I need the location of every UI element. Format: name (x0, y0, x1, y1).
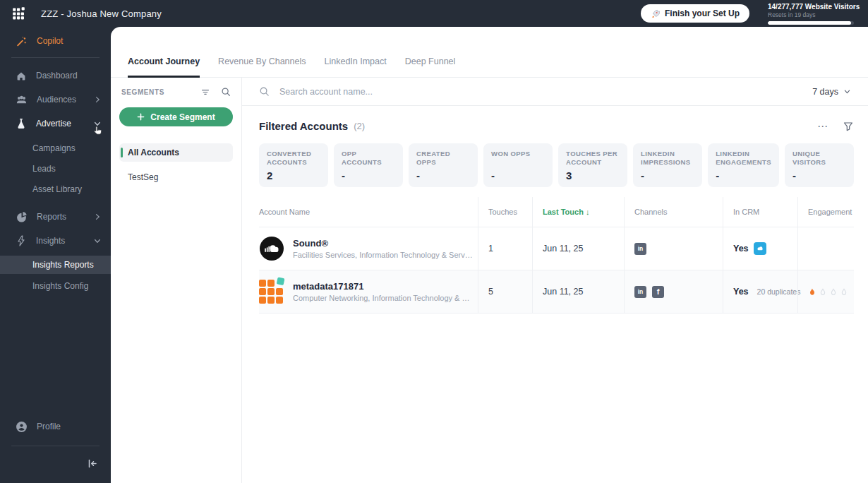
collapse-sidebar-icon[interactable] (83, 455, 101, 475)
audiences-icon (16, 94, 28, 105)
tab-revenue-by-channels[interactable]: Revenue By Channels (218, 56, 306, 78)
date-range-dropdown[interactable]: 7 days (812, 87, 851, 97)
linkedin-icon[interactable]: in (634, 286, 646, 298)
metric-value: - (416, 170, 470, 181)
app-grid-icon[interactable] (11, 6, 25, 20)
tab-account-journey[interactable]: Account Journey (128, 56, 200, 78)
funnel-filter-icon[interactable] (843, 121, 854, 132)
account-name: metadata171871 (293, 281, 473, 292)
sidebar-item-label: Asset Library (32, 184, 82, 194)
chevron-right-icon (93, 213, 102, 221)
filter-lines-icon[interactable] (200, 88, 210, 97)
facebook-icon[interactable]: f (652, 286, 664, 298)
sidebar-item-label: Advertise (36, 119, 71, 129)
more-glyph: ⋯ (817, 121, 828, 131)
segment-label: All Accounts (128, 148, 179, 157)
app-title: ZZZ - Joshua New Company (41, 8, 162, 19)
sidebar-item-label: Campaigns (32, 143, 76, 153)
segment-item-all-accounts[interactable]: All Accounts (119, 143, 233, 162)
visitors-progress-fill (768, 21, 851, 25)
sidebar-item-dashboard[interactable]: Dashboard (0, 64, 111, 88)
flame-icon-empty (819, 287, 827, 297)
segments-header: SEGMENTS (119, 78, 233, 106)
column-engagement[interactable]: Engagement (797, 197, 854, 227)
metric-label: CREATED OPPS (416, 150, 470, 167)
chevron-down-icon (93, 119, 102, 128)
search-account-input[interactable] (278, 86, 804, 97)
metric-label: LINKEDIN IMPRESSIONS (641, 150, 694, 167)
create-segment-button[interactable]: Create Segment (119, 107, 233, 126)
accounts-area: 7 days Filtered Accounts (2) ⋯ (242, 78, 868, 483)
in-crm-cell: Yes (723, 227, 797, 270)
tab-linkedin-impact[interactable]: LinkedIn Impact (325, 56, 387, 78)
column-channels[interactable]: Channels (624, 197, 723, 227)
filtered-accounts-title: Filtered Accounts (259, 120, 348, 132)
metric-card-linkedin-impressions: LINKEDIN IMPRESSIONS- (633, 143, 702, 187)
sidebar-item-copilot[interactable]: Copilot (0, 28, 111, 54)
sidebar-item-label: Dashboard (36, 71, 78, 80)
sort-down-icon: ↓ (586, 208, 590, 216)
sidebar-item-insights-reports[interactable]: Insights Reports (0, 256, 111, 274)
column-touches[interactable]: Touches (478, 197, 532, 227)
finish-setup-button[interactable]: Finish your Set Up (641, 4, 749, 23)
metric-value: - (792, 170, 846, 181)
report-tabs: Account Journey Revenue By Channels Link… (111, 27, 868, 78)
sidebar-item-insights-config[interactable]: Insights Config (0, 277, 111, 295)
metric-card-linkedin-engagements: LINKEDIN ENGAGEMENTS- (708, 143, 779, 187)
accounts-content: Filtered Accounts (2) ⋯ CONVERTED ACCOUN… (242, 106, 868, 314)
channels-cell: in f (624, 270, 723, 313)
last-touch-value: Jun 11, 25 (532, 227, 624, 270)
segment-item-testseg[interactable]: TestSeg (119, 168, 233, 186)
rocket-icon (651, 9, 660, 18)
chevron-down-icon (843, 88, 851, 95)
main-panel: Account Journey Revenue By Channels Link… (111, 27, 868, 483)
date-range-label: 7 days (812, 87, 838, 97)
column-in-crm[interactable]: In CRM (723, 197, 797, 227)
column-account-name[interactable]: Account Name (259, 197, 478, 227)
sidebar-item-audiences[interactable]: Audiences (0, 88, 111, 112)
metric-card-won-opps: WON OPPS- (483, 143, 553, 187)
metric-label: TOUCHES PER ACCOUNT (566, 150, 620, 167)
flask-icon (16, 118, 27, 129)
content-row: Copilot Dashboard Audiences (0, 27, 868, 483)
more-options-icon[interactable]: ⋯ (817, 121, 828, 131)
sidebar-item-asset-library[interactable]: Asset Library (0, 179, 111, 199)
search-icon (259, 86, 270, 97)
sidebar-item-reports[interactable]: Reports (0, 205, 111, 229)
metadata-logo (259, 279, 284, 304)
sidebar-item-leads[interactable]: Leads (0, 158, 111, 179)
account-name: Sound® (293, 238, 473, 249)
sidebar-item-insights[interactable]: Insights (0, 229, 111, 253)
account-industries: Facilities Services, Information Technol… (293, 251, 473, 259)
metric-value: - (491, 170, 545, 181)
visitors-count: 14/277,777 Website Visitors (768, 3, 854, 11)
metric-card-touches-per-account: TOUCHES PER ACCOUNT3 (558, 143, 627, 187)
lightning-icon (16, 235, 27, 246)
linkedin-icon[interactable]: in (634, 243, 646, 255)
last-touch-value: Jun 11, 25 (532, 270, 624, 313)
sidebar-item-profile[interactable]: Profile (0, 415, 111, 439)
metric-label: CONVERTED ACCOUNTS (267, 150, 320, 167)
table-header: Account Name Touches Last Touch ↓ Channe… (259, 197, 854, 227)
table-row[interactable]: metadata171871 Computer Networking, Info… (259, 270, 854, 314)
sidebar-item-label: Reports (37, 212, 66, 222)
sidebar-divider (11, 446, 100, 446)
sidebar-item-advertise[interactable]: Advertise (0, 112, 111, 136)
table-row[interactable]: Sound® Facilities Services, Information … (259, 227, 854, 270)
flame-icon-empty (840, 287, 848, 297)
crm-cloud-icon[interactable] (754, 242, 766, 255)
topbar: ZZZ - Joshua New Company Finish your Set… (0, 0, 868, 27)
sidebar-item-label: Leads (32, 164, 56, 174)
sidebar: Copilot Dashboard Audiences (0, 27, 111, 483)
tab-deep-funnel[interactable]: Deep Funnel (405, 56, 456, 78)
search-icon[interactable] (221, 87, 231, 97)
sidebar-item-campaigns[interactable]: Campaigns (0, 138, 111, 158)
in-crm-cell: Yes 20 duplicates (723, 270, 797, 313)
sidebar-item-label: Audiences (37, 95, 76, 105)
pie-chart-icon (16, 211, 28, 223)
sidebar-bottom: Profile (0, 415, 111, 446)
sidebar-nav: Dashboard Audiences Advertise (0, 64, 111, 295)
metric-label: LINKEDIN ENGAGEMENTS (716, 150, 771, 167)
column-last-touch[interactable]: Last Touch ↓ (532, 197, 624, 227)
plus-icon (137, 113, 145, 121)
